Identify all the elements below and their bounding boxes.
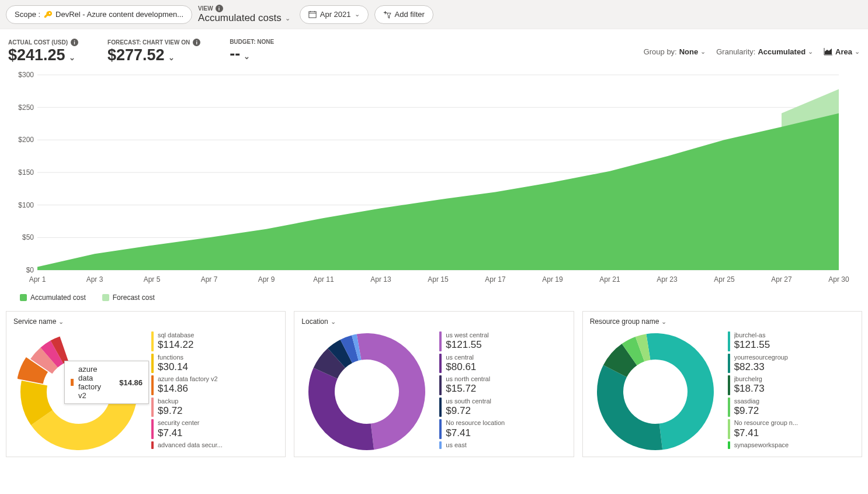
- donut-chart[interactable]: [297, 331, 437, 452]
- chevron-down-icon: ⌄: [855, 48, 860, 56]
- legend-value: $121.55: [446, 339, 488, 351]
- area-chart[interactable]: $0$50$100$150$200$250$300Apr 1Apr 3Apr 5…: [8, 71, 849, 288]
- scope-pill[interactable]: Scope : DevRel - Azure content developme…: [6, 5, 192, 24]
- legend-color-bar: [439, 398, 442, 417]
- legend-color-bar: [728, 419, 730, 439]
- chevron-down-icon: ⌄: [331, 318, 336, 326]
- legend-value: $80.61: [446, 361, 476, 373]
- metric-actual-label: ACTUAL COST (USD): [8, 39, 68, 46]
- legend-value: $9.72: [734, 405, 759, 417]
- legend-color-bar: [439, 441, 442, 449]
- legend-row[interactable]: backup $9.72: [151, 398, 280, 417]
- charttype-control[interactable]: Area ⌄: [824, 47, 860, 56]
- donut-chart[interactable]: azure data factory v2 $14.86: [9, 331, 149, 452]
- metric-budget-label: BUDGET: NONE: [230, 39, 274, 45]
- chevron-down-icon: ⌄: [355, 11, 360, 18]
- donut-title-text: Service name: [13, 317, 56, 326]
- legend-name: us west central: [446, 331, 488, 339]
- legend-row[interactable]: functions $30.14: [151, 354, 280, 374]
- charttype-value: Area: [835, 47, 852, 56]
- legend-row[interactable]: No resource location $7.41: [439, 419, 568, 439]
- granularity-control[interactable]: Granularity: Accumulated ⌄: [716, 47, 813, 56]
- legend-row[interactable]: jburchel-as $121.55: [728, 331, 857, 351]
- info-icon: i: [71, 39, 78, 46]
- groupby-label: Group by:: [644, 47, 677, 56]
- legend-row[interactable]: yourresourcegroup $82.33: [728, 354, 857, 374]
- legend-row[interactable]: ssasdiag $9.72: [728, 398, 857, 417]
- legend-color-bar: [728, 398, 730, 417]
- legend-name: jburchelrg: [734, 375, 765, 383]
- legend-forecast[interactable]: Forecast cost: [102, 293, 155, 302]
- legend-value: $9.72: [158, 405, 183, 417]
- legend-value: $82.33: [734, 361, 788, 373]
- add-filter-pill[interactable]: Add filter: [374, 5, 433, 24]
- legend-row[interactable]: us north central $15.72: [439, 375, 568, 395]
- daterange-pill[interactable]: Apr 2021 ⌄: [300, 5, 369, 24]
- legend-row[interactable]: us south central $9.72: [439, 398, 568, 417]
- chevron-down-icon: ⌄: [700, 48, 706, 56]
- groupby-control[interactable]: Group by: None ⌄: [644, 47, 706, 56]
- legend-row[interactable]: jburchelrg $18.73: [728, 375, 857, 395]
- donut-card-title[interactable]: Location ⌄: [294, 312, 573, 331]
- legend-value: $9.72: [446, 405, 491, 417]
- donut-legend: us west central $121.55 us central $80.6…: [439, 331, 568, 452]
- scope-label: Scope :: [15, 10, 40, 19]
- legend-accumulated-label: Accumulated cost: [30, 293, 86, 302]
- donut-card-title[interactable]: Service name ⌄: [6, 312, 285, 331]
- svg-rect-0: [309, 11, 316, 18]
- legend-color-bar: [439, 419, 442, 439]
- add-filter-icon: [383, 11, 391, 19]
- metric-budget[interactable]: BUDGET: NONE -- ⌄: [230, 39, 274, 63]
- legend-color-bar: [728, 331, 730, 351]
- legend-row[interactable]: advanced data secur...: [151, 441, 280, 449]
- legend-value: $121.55: [734, 339, 770, 351]
- svg-text:$250: $250: [18, 103, 34, 112]
- svg-text:Apr 23: Apr 23: [657, 275, 678, 284]
- chevron-down-icon: ⌄: [661, 318, 666, 326]
- legend-value: $114.22: [158, 339, 194, 351]
- svg-text:Apr 15: Apr 15: [428, 275, 449, 284]
- metric-forecast[interactable]: FORECAST: CHART VIEW ON i $277.52⌄: [107, 39, 200, 64]
- legend-row[interactable]: us east: [439, 441, 568, 449]
- metric-forecast-label: FORECAST: CHART VIEW ON: [107, 39, 190, 46]
- svg-text:Apr 27: Apr 27: [771, 275, 792, 284]
- legend-row[interactable]: sql database $114.22: [151, 331, 280, 351]
- legend-value: $14.86: [158, 383, 218, 395]
- metric-budget-value: --: [230, 45, 240, 63]
- legend-row[interactable]: synapseworkspace: [728, 441, 857, 449]
- svg-text:Apr 25: Apr 25: [714, 275, 735, 284]
- legend-value: $30.14: [158, 361, 188, 373]
- info-icon: i: [193, 39, 200, 46]
- chevron-down-icon: ⌄: [285, 15, 290, 22]
- legend-name: sql database: [158, 331, 194, 339]
- donut-card-title[interactable]: Resource group name ⌄: [583, 312, 862, 331]
- legend-forecast-label: Forecast cost: [113, 293, 155, 302]
- legend-row[interactable]: No resource group n... $7.41: [728, 419, 857, 439]
- legend-color-bar: [151, 441, 154, 449]
- legend-swatch: [20, 294, 27, 301]
- legend-row[interactable]: us west central $121.55: [439, 331, 568, 351]
- donut-card: Location ⌄ us west central $121.55 us: [294, 311, 574, 457]
- legend-accumulated[interactable]: Accumulated cost: [20, 293, 86, 302]
- chevron-down-icon: ⌄: [168, 53, 175, 62]
- svg-text:Apr 19: Apr 19: [542, 275, 563, 284]
- legend-name: us east: [446, 441, 466, 449]
- legend-value: $18.73: [734, 383, 765, 395]
- legend-row[interactable]: us central $80.61: [439, 354, 568, 374]
- legend-row[interactable]: azure data factory v2 $14.86: [151, 375, 280, 395]
- legend-row[interactable]: security center $7.41: [151, 419, 280, 439]
- legend-color-bar: [151, 419, 154, 439]
- tooltip-value: $14.86: [119, 378, 143, 387]
- legend-color-bar: [151, 398, 154, 417]
- calendar-icon: [308, 11, 317, 19]
- legend-color-bar: [151, 354, 154, 374]
- donut-chart[interactable]: [585, 331, 725, 452]
- metric-actual[interactable]: ACTUAL COST (USD) i $241.25⌄: [8, 39, 78, 64]
- view-block[interactable]: VIEW i Accumulated costs ⌄: [198, 5, 290, 24]
- chevron-down-icon: ⌄: [58, 318, 64, 326]
- legend-value: $7.41: [158, 427, 200, 439]
- metric-forecast-value: $277.52: [107, 46, 165, 64]
- donut-legend: jburchel-as $121.55 yourresourcegroup $8…: [728, 331, 857, 452]
- legend-name: jburchel-as: [734, 331, 770, 339]
- chevron-down-icon: ⌄: [69, 53, 75, 62]
